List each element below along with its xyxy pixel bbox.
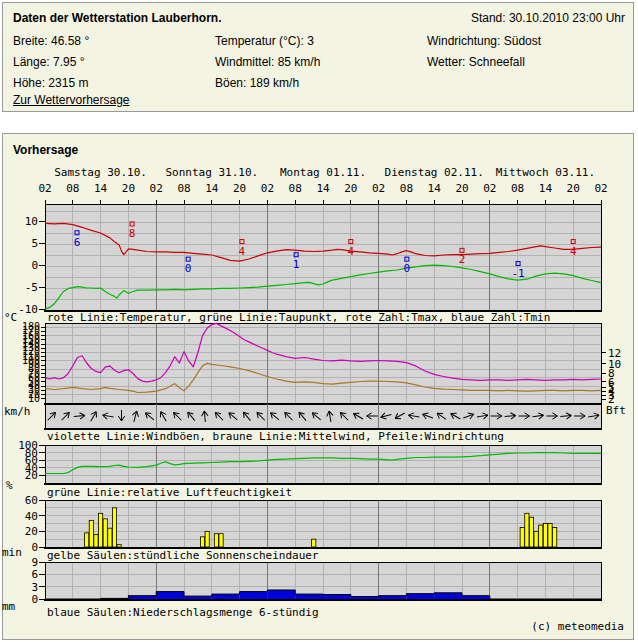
station-latitude: Breite: 46.58 ° — [13, 34, 89, 48]
station-longitude: Länge: 7.95 ° — [13, 55, 85, 69]
station-weather: Wetter: Schneefall — [427, 55, 525, 69]
forecast-title: Vorhersage — [13, 143, 78, 157]
station-gusts: Böen: 189 km/h — [215, 76, 299, 90]
weather-page: Daten der Wetterstation Lauberhorn. Stan… — [0, 0, 638, 642]
station-altitude: Höhe: 2315 m — [13, 76, 88, 90]
station-stand-timestamp: Stand: 30.10.2010 23:00 Uhr — [471, 11, 625, 25]
station-title: Daten der Wetterstation Lauberhorn. — [13, 11, 221, 25]
station-temperature: Temperatur (°C): 3 — [215, 34, 314, 48]
station-wind-direction: Windrichtung: Südost — [427, 34, 541, 48]
station-wind-mean: Windmittel: 85 km/h — [215, 55, 320, 69]
forecast-link[interactable]: Zur Wettervorhersage — [13, 93, 130, 107]
forecast-panel: Vorhersage — [2, 133, 634, 640]
station-data-panel: Daten der Wetterstation Lauberhorn. Stan… — [2, 2, 634, 112]
